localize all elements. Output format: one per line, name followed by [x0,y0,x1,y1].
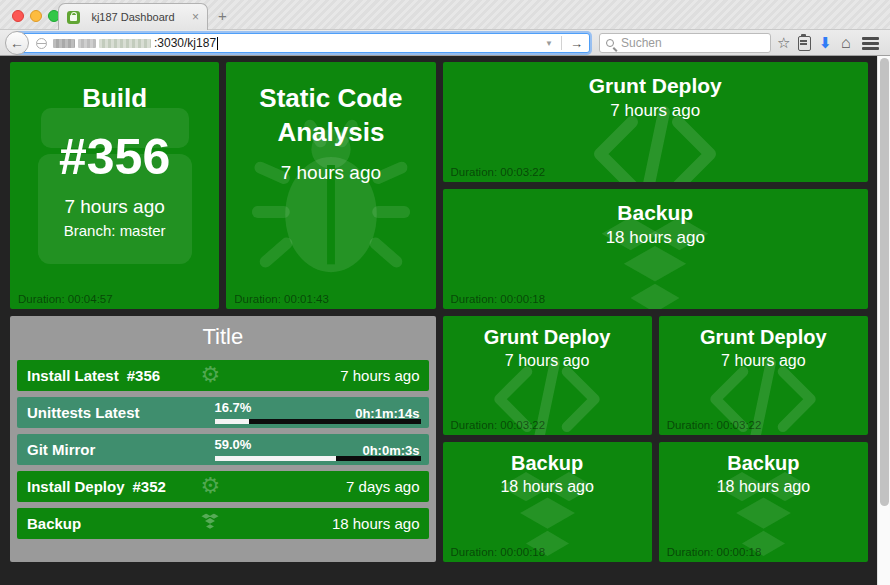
go-button[interactable]: → [570,36,583,51]
browser-tab[interactable]: kj187 Dashboard × [58,3,208,30]
branch-text: Branch: master [10,222,219,239]
progress-bar-fill [215,419,249,424]
duration-text: Duration: 00:00:18 [451,546,546,558]
tile-title: Build [10,84,219,114]
minimize-window-button[interactable] [30,10,42,22]
tile-backup-small: Backup 18 hours ago Duration: 00:00:18 [659,442,868,562]
list-item-git-mirror: Git Mirror 59.0% 0h:0m:3s [17,434,429,465]
new-tab-button[interactable]: + [218,8,227,23]
item-label: Unittests Latest [17,404,140,421]
search-placeholder: Suchen [621,36,662,50]
tile-title: Grunt Deploy [443,326,652,349]
bookmark-star-icon[interactable]: ☆ [777,34,790,52]
progress-percent: 16.7% [215,400,252,415]
updated-text: 7 hours ago [10,196,219,218]
item-time: 18 hours ago [332,515,420,532]
duration-text: Duration: 00:03:22 [451,419,546,431]
duration-text: Duration: 00:00:18 [451,293,546,305]
updated-text: 7 hours ago [659,352,868,370]
duration-text: Duration: 00:04:57 [18,293,113,305]
tile-static-code-analysis: Static Code Analysis 7 hours ago Duratio… [226,62,435,309]
item-time: 7 days ago [346,478,419,495]
gear-icon: ⚙ [201,364,221,386]
progress-percent: 59.0% [215,437,252,452]
tile-grunt-deploy-small: Grunt Deploy 7 hours ago Duration: 00:03… [659,316,868,436]
item-build-number: #356 [119,367,160,384]
redacted-url-part [99,39,151,48]
updated-text: 18 hours ago [659,478,868,496]
duration-text: Duration: 00:03:22 [451,166,546,178]
tile-grunt-deploy-small: Grunt Deploy 7 hours ago Duration: 00:03… [443,316,652,436]
updated-text: 18 hours ago [443,228,869,248]
list-item-install-deploy: Install Deploy #352 ⚙ 7 days ago [17,471,429,502]
tile-title: Grunt Deploy [443,74,869,98]
browser-chrome: kj187 Dashboard × + ← :3030/kj187 ▼ → Su… [0,0,890,56]
url-text[interactable]: :3030/kj187 [154,36,216,50]
tab-favicon-icon [67,11,80,24]
tile-backup-small: Backup 18 hours ago Duration: 00:00:18 [443,442,652,562]
tile-build: Build #356 7 hours ago Branch: master Du… [10,62,219,309]
text-caret [217,37,218,50]
duration-text: Duration: 00:03:22 [667,419,762,431]
dashboard-grid: Build #356 7 hours ago Branch: master Du… [10,62,868,562]
list-item-install-latest: Install Latest #356 ⚙ 7 hours ago [17,360,429,391]
scrollbar-thumb[interactable] [880,58,889,506]
item-label: Install Latest [17,367,119,384]
tile-backup: Backup 18 hours ago Duration: 00:00:18 [443,189,869,309]
search-icon [606,39,614,47]
updated-text: 7 hours ago [443,352,652,370]
duration-text: Duration: 00:01:43 [234,293,329,305]
window-titlebar: kj187 Dashboard × + [0,0,890,30]
tile-title: Grunt Deploy [659,326,868,349]
divider [561,36,562,50]
dropbox-icon [201,514,219,533]
progress-bar [215,419,421,424]
downloads-icon[interactable]: ⬇ [819,34,832,52]
updated-text: 7 hours ago [443,101,869,121]
item-label: Backup [17,515,81,532]
navigation-toolbar: ← :3030/kj187 ▼ → Suchen ☆ ⬇ ⌂ [0,30,890,56]
dashboard-page: Build #356 7 hours ago Branch: master Du… [0,56,890,585]
tile-build-list: Title Install Latest #356 ⚙ 7 hours ago … [10,316,436,563]
reading-list-icon[interactable] [798,36,811,51]
url-bar[interactable]: :3030/kj187 ▼ → [17,33,590,53]
search-input[interactable]: Suchen [599,33,771,53]
progress-bar [215,456,421,461]
redacted-url-part [53,39,75,48]
redacted-url-part [78,39,96,48]
gear-icon: ⚙ [201,475,221,497]
tile-title: Backup [659,452,868,475]
build-number: #356 [10,128,219,186]
duration-text: Duration: 00:00:18 [667,546,762,558]
menu-hamburger-icon[interactable] [862,37,879,40]
home-icon[interactable]: ⌂ [841,34,851,52]
page-scrollbar[interactable] [877,56,890,585]
item-build-number: #352 [125,478,166,495]
tile-title: Backup [443,452,652,475]
url-history-dropdown-icon[interactable]: ▼ [545,39,561,48]
back-button[interactable]: ← [5,31,29,55]
site-identity-icon[interactable] [36,38,47,49]
build-list: Install Latest #356 ⚙ 7 hours ago Unitte… [17,360,429,545]
item-time: 7 hours ago [340,367,419,384]
progress-bar-fill [215,456,337,461]
tile-title: Backup [443,201,869,225]
list-title: Title [10,324,436,350]
item-label: Git Mirror [17,441,95,458]
tile-title: Static Code Analysis [246,82,415,150]
tab-close-icon[interactable]: × [186,11,199,23]
list-item-backup: Backup 18 hours ago [17,508,429,539]
updated-text: 7 hours ago [226,162,435,184]
item-label: Install Deploy [17,478,125,495]
updated-text: 18 hours ago [443,478,652,496]
tab-title: kj187 Dashboard [80,11,186,23]
tile-grunt-deploy: Grunt Deploy 7 hours ago Duration: 00:03… [443,62,869,182]
list-item-unittests-latest: Unittests Latest 16.7% 0h:1m:14s [17,397,429,428]
close-window-button[interactable] [12,10,24,22]
